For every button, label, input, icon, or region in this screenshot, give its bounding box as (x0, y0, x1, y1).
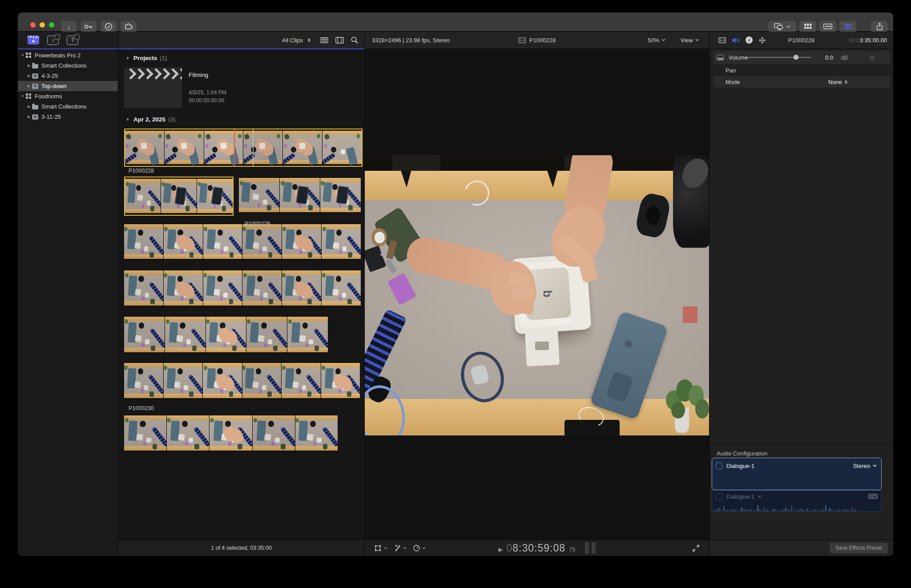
titlebar[interactable]: ↓ (18, 12, 893, 32)
zoom-button[interactable] (49, 22, 54, 28)
thumb-phoneD (296, 185, 309, 204)
playhead[interactable] (234, 129, 235, 166)
thumb-purple (259, 250, 262, 254)
tab-photos-audio[interactable]: ♪ (47, 36, 59, 45)
chevron-down-icon[interactable] (758, 495, 762, 498)
pan-mode-dropdown[interactable]: None (828, 79, 847, 85)
library-outline: ▼Powerbeats Pro 2▶Smart Collections▶★4-3… (18, 50, 118, 122)
keywords-button[interactable] (81, 21, 97, 32)
thumb-green (267, 391, 272, 397)
filmstrip-mode-button[interactable] (335, 37, 344, 44)
audio-inspector-icon[interactable] (732, 37, 740, 44)
filmstrip-frame (203, 269, 242, 307)
flap-slot (535, 342, 549, 350)
filmstrip-view-button[interactable] (819, 21, 836, 32)
enhancements-dropdown[interactable] (394, 544, 407, 552)
sidebar-item-smart-collections[interactable]: ▶Smart Collections (18, 101, 118, 112)
disclosure-triangle[interactable]: ▶ (26, 74, 32, 78)
disclosure-triangle[interactable]: ▼ (20, 94, 26, 98)
play-icon[interactable]: ▶ (499, 546, 503, 553)
thumb-green (268, 252, 273, 258)
thumb-plant (322, 227, 326, 231)
share-button[interactable] (871, 21, 888, 32)
volume-checkbox[interactable] (717, 55, 724, 60)
disclosure-triangle[interactable]: ▼ (125, 117, 131, 122)
sidebar-item-foodnoms[interactable]: ▼Foodnoms (18, 91, 118, 101)
filmstrip-frame (164, 223, 203, 261)
channel-checkbox[interactable] (716, 493, 722, 500)
clip-filmstrip[interactable] (124, 269, 361, 307)
video-frame[interactable]: b (365, 155, 709, 435)
projects-section-header[interactable]: ▼ Projects (1) (125, 55, 167, 61)
thumb-paper (176, 335, 183, 342)
disclosure-triangle[interactable]: ▼ (125, 56, 131, 60)
share-inspector-icon[interactable] (758, 36, 766, 44)
audio-channel-strip[interactable]: Dialogue-1 2 ◄ (712, 490, 882, 512)
list-view-button[interactable] (320, 37, 328, 43)
clip-name-label[interactable]: P1000228 (129, 168, 154, 174)
clip-filmstrip[interactable] (239, 177, 361, 214)
background-tasks-button[interactable] (101, 21, 117, 32)
viewer-canvas: b (365, 48, 709, 540)
filmstrip-frame (242, 223, 282, 261)
disclosure-triangle[interactable]: ▶ (26, 84, 32, 88)
clip-filmstrip[interactable] (124, 362, 360, 400)
project-name[interactable]: FIlming (189, 72, 208, 78)
clips-section-header[interactable]: ▼ Apr 2, 2025 (3) (125, 116, 176, 123)
audio-meters[interactable] (585, 542, 596, 554)
clip-filmstrip[interactable] (124, 129, 363, 167)
zoom-level-dropdown[interactable]: 50% (645, 36, 668, 44)
clip-name-label[interactable]: P1000229 (245, 221, 270, 227)
sidebar-item-top-down[interactable]: ▶★Top-down (18, 81, 118, 91)
tab-libraries[interactable]: ★ (28, 36, 39, 44)
output-display-button[interactable] (768, 21, 796, 32)
clip-filmstrip[interactable] (124, 315, 328, 354)
red-square-marker (683, 306, 697, 323)
library-icon (26, 93, 32, 99)
clip-filmstrip[interactable] (124, 223, 361, 261)
tab-titles-generators[interactable]: T (67, 36, 78, 45)
disclosure-triangle[interactable]: ▶ (26, 64, 32, 68)
project-thumbnail[interactable] (124, 67, 182, 108)
disclosure-triangle[interactable]: ▼ (20, 53, 26, 57)
audio-component-selected[interactable]: Dialogue-1 Stereo (712, 458, 882, 490)
browser-grid-button[interactable] (799, 21, 816, 32)
expand-arrows-icon (693, 545, 699, 552)
clip-filter-label: All Clips (282, 37, 303, 44)
disclosure-triangle[interactable]: ▶ (26, 105, 32, 109)
filmstrip-frame (282, 269, 321, 307)
component-checkbox[interactable] (716, 463, 722, 469)
volume-slider-thumb[interactable] (794, 55, 798, 60)
sidebar-item-3-11-25[interactable]: ▶★3-11-25 (18, 112, 118, 122)
clip-filter-dropdown[interactable]: All Clips (279, 36, 313, 44)
minimize-button[interactable] (40, 22, 45, 28)
beats-logo: b (540, 290, 554, 298)
save-effects-preset-button[interactable]: Save Effects Preset (830, 543, 888, 553)
filmstrip-bar-icon (823, 24, 832, 29)
retime-dropdown[interactable] (413, 544, 426, 552)
info-inspector-icon[interactable]: i (746, 36, 753, 44)
sidebar-item-smart-collections[interactable]: ▶Smart Collections (18, 60, 118, 71)
close-button[interactable] (30, 22, 36, 28)
video-inspector-icon[interactable] (718, 37, 726, 43)
volume-slider[interactable] (743, 57, 811, 58)
search-button[interactable] (351, 36, 358, 44)
thumb-pods (341, 149, 345, 154)
sidebar-item-4-3-25[interactable]: ▶★4-3-25 (18, 71, 118, 81)
import-media-button[interactable]: ↓ (61, 21, 77, 32)
sidebar-item-powerbeats-pro-2[interactable]: ▼Powerbeats Pro 2 (18, 50, 118, 60)
extensions-button[interactable] (121, 21, 137, 32)
transform-tool-dropdown[interactable] (375, 545, 387, 552)
clip-filmstrip[interactable] (124, 414, 338, 452)
audio-enhancements-button[interactable] (839, 21, 856, 32)
view-dropdown[interactable]: View (678, 36, 702, 44)
channel-format-dropdown[interactable]: Stereo (853, 463, 877, 469)
fullscreen-button[interactable] (690, 544, 702, 552)
clip-name-label[interactable]: P1000230 (129, 405, 154, 411)
keyframe-diamond-icon[interactable]: ◇ (870, 54, 875, 61)
pan-mode-row: Mode None (713, 76, 890, 88)
disclosure-triangle[interactable]: ▶ (26, 115, 32, 119)
volume-value[interactable]: 0.0 (825, 54, 833, 61)
clip-filmstrip[interactable] (124, 177, 234, 216)
thumb-paper (253, 242, 259, 249)
